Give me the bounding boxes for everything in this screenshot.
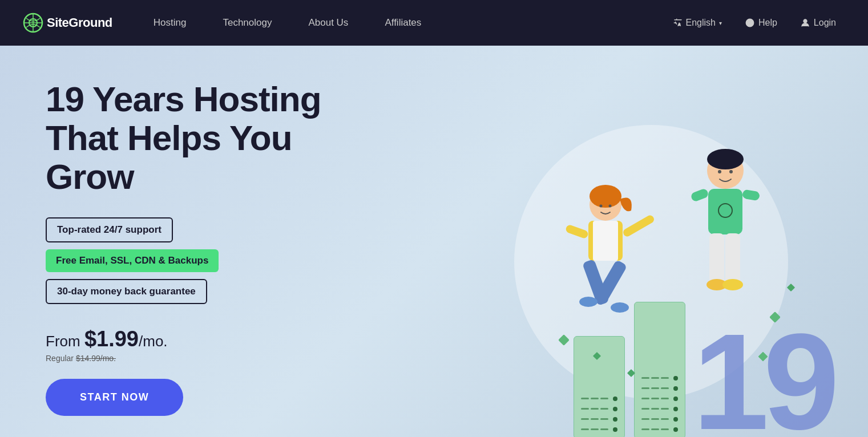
hero-badges: Top-rated 24/7 support Free Email, SSL, … (46, 217, 388, 304)
help-button[interactable]: Help (736, 13, 786, 33)
svg-point-6 (804, 19, 807, 23)
chevron-down-icon: ▾ (719, 20, 722, 26)
nav-affiliates[interactable]: Affiliates (366, 0, 439, 46)
svg-rect-34 (787, 283, 795, 291)
svg-rect-14 (725, 233, 740, 285)
brand-logo[interactable]: SiteGround (23, 13, 112, 33)
navbar: SiteGround Hosting Technology About Us A… (0, 0, 868, 46)
svg-rect-13 (709, 233, 724, 285)
svg-point-16 (722, 279, 743, 290)
hero-title: 19 Years Hosting That Helps You Grow (46, 80, 388, 197)
svg-rect-32 (593, 351, 601, 359)
badge-support: Top-rated 24/7 support (46, 217, 173, 242)
help-label: Help (758, 18, 777, 28)
svg-rect-24 (565, 224, 589, 239)
pricing-section: From $1.99/mo. Regular $14.99/mo. (46, 327, 388, 363)
language-selector[interactable]: English ▾ (664, 13, 730, 33)
nav-about[interactable]: About Us (290, 0, 366, 46)
svg-point-17 (718, 170, 721, 173)
svg-rect-22 (593, 221, 618, 261)
hero-section: 19 Years Hosting That Helps You Grow Top… (0, 46, 868, 437)
hero-content: 19 Years Hosting That Helps You Grow Top… (46, 80, 388, 416)
svg-point-5 (750, 25, 750, 25)
svg-rect-12 (742, 189, 760, 201)
nav-links: Hosting Technology About Us Affiliates (135, 0, 664, 46)
badge-free: Free Email, SSL, CDN & Backups (46, 249, 219, 272)
nav-hosting[interactable]: Hosting (135, 0, 205, 46)
svg-rect-33 (769, 311, 781, 323)
svg-rect-23 (622, 214, 656, 238)
svg-rect-9 (708, 189, 742, 234)
svg-point-20 (590, 185, 621, 208)
svg-point-27 (579, 297, 597, 307)
language-label: English (685, 18, 715, 28)
svg-point-8 (707, 149, 744, 169)
svg-rect-31 (558, 334, 570, 346)
user-icon (800, 18, 810, 28)
start-now-button[interactable]: START NOW (46, 379, 183, 416)
svg-point-28 (611, 302, 629, 313)
pricing-regular: Regular $14.99/mo. (46, 354, 388, 363)
help-icon (745, 18, 755, 28)
svg-rect-36 (627, 369, 635, 377)
badge-money-back: 30-day money back guarantee (46, 279, 207, 304)
login-button[interactable]: Login (791, 13, 845, 33)
svg-point-30 (609, 204, 612, 207)
pricing-display: From $1.99/mo. (46, 327, 388, 351)
svg-rect-35 (758, 351, 768, 361)
login-label: Login (814, 18, 836, 28)
people-illustration (514, 114, 811, 410)
hero-illustration: 19 (469, 96, 868, 437)
brand-name: SiteGround (47, 15, 112, 30)
svg-point-18 (729, 170, 733, 173)
nav-right: English ▾ Help Login (664, 13, 845, 33)
nav-technology[interactable]: Technology (204, 0, 290, 46)
svg-rect-11 (690, 188, 709, 202)
svg-point-29 (600, 204, 603, 207)
translate-icon (673, 18, 683, 28)
pricing-price: $1.99 (84, 327, 139, 351)
logo-icon (23, 13, 43, 33)
